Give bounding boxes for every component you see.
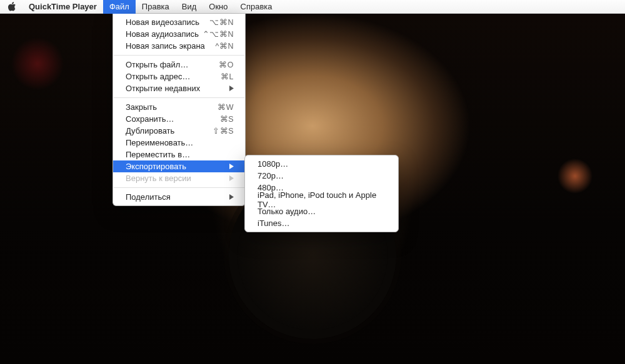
menu-item-rename[interactable]: Переименовать…	[113, 137, 245, 149]
menu-item-open-recent[interactable]: Открытие недавних	[113, 82, 245, 94]
menu-item-open-file[interactable]: Открыть файл… ⌘O	[113, 59, 245, 71]
label: Закрыть	[126, 102, 157, 112]
label: iTunes…	[258, 219, 290, 228]
file-menu-dropdown: Новая видеозапись ⌥⌘N Новая аудиозапись …	[112, 14, 246, 206]
apple-icon[interactable]	[6, 2, 18, 11]
label: Открытие недавних	[126, 84, 200, 93]
chevron-right-icon	[229, 175, 234, 181]
label: Дублировать	[126, 126, 174, 135]
label: Сохранить…	[126, 114, 174, 124]
export-1080p[interactable]: 1080p…	[245, 158, 398, 170]
label: Вернуть к версии	[126, 174, 191, 183]
menu-file[interactable]: Файл	[103, 0, 136, 14]
menu-item-duplicate[interactable]: Дублировать ⇧⌘S	[113, 125, 245, 137]
app-name[interactable]: QuickTime Player	[22, 0, 103, 14]
label: Переименовать…	[126, 138, 193, 147]
chevron-right-icon	[229, 86, 234, 91]
separator	[114, 187, 244, 188]
menu-item-export[interactable]: Экспортировать	[113, 160, 245, 172]
export-itunes[interactable]: iTunes…	[245, 217, 398, 229]
label: Новая видеозапись	[126, 17, 199, 27]
export-submenu: 1080p… 720p… 480p… iPad, iPhone, iPod to…	[244, 155, 399, 232]
menu-window[interactable]: Окно	[202, 0, 234, 14]
shortcut: ⇧⌘S	[212, 126, 234, 135]
label: Открыть файл…	[126, 60, 188, 69]
label: Новая аудиозапись	[126, 29, 199, 39]
shortcut: ^⌘N	[216, 41, 234, 51]
shortcut: ⌥⌘N	[209, 17, 234, 27]
chevron-right-icon	[229, 194, 234, 200]
shortcut: ⌘L	[221, 72, 234, 81]
label: iPad, iPhone, iPod touch и Apple TV…	[258, 190, 387, 209]
shortcut: ⌃⌥⌘N	[202, 29, 234, 39]
shortcut: ⌘O	[219, 60, 234, 69]
menu-edit[interactable]: Правка	[136, 0, 176, 14]
menu-item-save[interactable]: Сохранить… ⌘S	[113, 113, 245, 125]
menu-item-new-screen-recording[interactable]: Новая запись экрана ^⌘N	[113, 40, 245, 52]
separator	[114, 55, 244, 56]
label: Экспортировать	[126, 162, 186, 171]
export-apple-devices[interactable]: iPad, iPhone, iPod touch и Apple TV…	[245, 194, 398, 205]
label: 720p…	[258, 171, 284, 180]
label: Открыть адрес…	[126, 72, 190, 81]
shortcut: ⌘S	[220, 114, 234, 124]
label: Только аудио…	[258, 207, 316, 216]
chevron-right-icon	[229, 164, 234, 169]
shortcut: ⌘W	[218, 102, 234, 112]
menu-item-move-to[interactable]: Переместить в…	[113, 149, 245, 160]
label: Переместить в…	[126, 150, 190, 159]
menu-item-new-audio-recording[interactable]: Новая аудиозапись ⌃⌥⌘N	[113, 28, 245, 40]
label: Новая запись экрана	[126, 41, 205, 51]
separator	[114, 97, 244, 98]
menu-bar: QuickTime Player Файл Правка Вид Окно Сп…	[0, 0, 625, 14]
menu-item-close[interactable]: Закрыть ⌘W	[113, 101, 245, 113]
menu-item-revert-to: Вернуть к версии	[113, 172, 245, 184]
menu-item-new-movie-recording[interactable]: Новая видеозапись ⌥⌘N	[113, 16, 245, 28]
label: Поделиться	[126, 192, 171, 202]
label: 1080p…	[258, 159, 288, 169]
menu-item-open-location[interactable]: Открыть адрес… ⌘L	[113, 71, 245, 82]
menu-item-share[interactable]: Поделиться	[113, 191, 245, 203]
menu-help[interactable]: Справка	[234, 0, 279, 14]
menu-view[interactable]: Вид	[176, 0, 203, 14]
export-720p[interactable]: 720p…	[245, 170, 398, 182]
